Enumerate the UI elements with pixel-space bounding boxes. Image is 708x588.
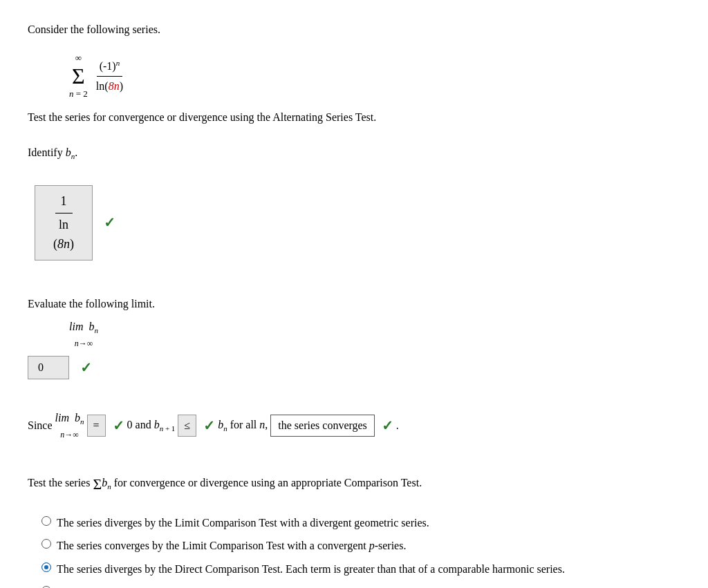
option2-label: The series converges by the Limit Compar… [57, 537, 406, 555]
option1-radio[interactable] [41, 516, 51, 526]
bn-numerator: 1 [55, 191, 73, 214]
zero-and-text: 0 and bn + 1 [127, 416, 176, 435]
section4-instruction: Test the series Σbn for convergence or d… [28, 472, 680, 496]
sigma-char: Σ [72, 65, 85, 87]
check-icon-3: ✓ [113, 415, 124, 437]
since-lim-text: lim bn [55, 409, 84, 428]
lim-subscript: n→∞ [75, 337, 93, 350]
converges-box: the series converges [270, 415, 375, 437]
option1-item[interactable]: The series diverges by the Limit Compari… [41, 514, 680, 532]
check-icon-5: ✓ [382, 415, 393, 437]
series-denominator: ln(8n) [93, 77, 126, 95]
option2-item[interactable]: The series converges by the Limit Compar… [41, 537, 680, 555]
bn-for-all-text: bn for all n, [218, 416, 268, 435]
section1-identify: Identify bn. [28, 144, 680, 163]
sum-sigma: Σ [93, 475, 102, 493]
option2-radio[interactable] [41, 539, 51, 549]
sigma-symbol: ∞ Σ n = 2 [69, 51, 88, 102]
series-numerator: (-1)n [97, 57, 122, 77]
series-fraction: (-1)n ln(8n) [93, 57, 126, 95]
limit-answer-box: 0 [28, 356, 69, 379]
section2: Evaluate the following limit. lim bn n→∞… [28, 295, 680, 379]
option4-item[interactable]: The series converges by the Direct Compa… [41, 584, 680, 588]
limit-display: lim bn n→∞ [69, 318, 680, 350]
limit-answer: 0 [38, 361, 44, 373]
section2-instruction: Evaluate the following limit. [28, 295, 680, 313]
lim-notation: lim bn n→∞ [69, 318, 98, 350]
sigma-bottom: n = 2 [69, 87, 88, 102]
sigma-top: ∞ [75, 51, 82, 66]
since-lim-sub: n→∞ [60, 428, 79, 442]
check-icon-2: ✓ [80, 357, 92, 379]
lim-text: lim bn [69, 318, 98, 337]
option4-radio[interactable] [41, 586, 51, 588]
section1-instruction: Test the series for convergence or diver… [28, 108, 680, 126]
leq-box: ≤ [178, 415, 196, 437]
bn-denominator: ln(8n) [48, 214, 80, 255]
converges-text: the series converges [278, 419, 367, 431]
since-line: Since lim bn n→∞ = ✓ 0 and bn + 1 ≤ ✓ bn… [28, 409, 680, 442]
series-display: ∞ Σ n = 2 (-1)n ln(8n) [69, 51, 126, 102]
intro-text: Consider the following series. [28, 21, 680, 39]
section1: Test the series for convergence or diver… [28, 108, 680, 265]
bn-answer-box: 1 ln(8n) [35, 185, 93, 260]
check-icon-4: ✓ [203, 415, 215, 437]
option3-radio[interactable] [41, 562, 51, 572]
bn-fraction: 1 ln(8n) [48, 191, 80, 254]
equals-box: = [87, 415, 106, 437]
since-text: Since [28, 417, 53, 435]
period: . [396, 417, 399, 435]
option1-label: The series diverges by the Limit Compari… [57, 514, 429, 532]
option4-label: The series converges by the Direct Compa… [57, 584, 550, 588]
section4: Test the series Σbn for convergence or d… [28, 472, 680, 588]
option3-label: The series diverges by the Direct Compar… [57, 560, 565, 578]
check-icon-1: ✓ [104, 211, 115, 234]
comparison-test-options: The series diverges by the Limit Compari… [41, 514, 680, 588]
since-lim: lim bn n→∞ [55, 409, 84, 442]
series-formula: ∞ Σ n = 2 (-1)n ln(8n) [69, 51, 126, 102]
intro-label: Consider the following series. [28, 23, 160, 35]
option3-item[interactable]: The series diverges by the Direct Compar… [41, 560, 680, 578]
